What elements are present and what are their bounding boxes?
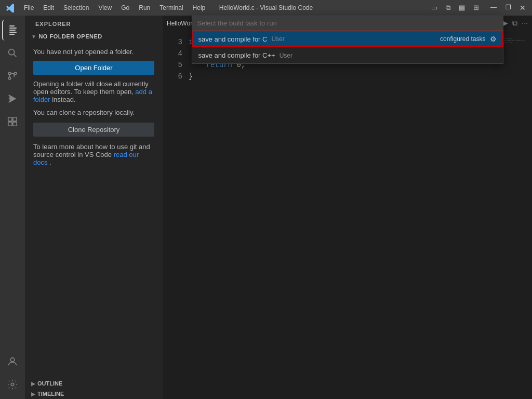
menu-edit[interactable]: Edit [39, 3, 58, 13]
svg-point-9 [8, 77, 11, 79]
configured-tasks-label: configured tasks [440, 35, 485, 43]
keep-open-text-2: instead. [52, 96, 76, 103]
timeline-label: TIMELINE [37, 391, 64, 397]
minimap: int main() { printf("Hello World"); retu… [501, 36, 532, 399]
outline-section[interactable]: ▶ OUTLINE [25, 378, 163, 389]
menu-go[interactable]: Go [117, 3, 134, 13]
main-container: Explorer ▼ NO FOLDER OPENED You have not… [0, 16, 532, 399]
vscode-icon [5, 3, 16, 13]
task-user-1: User [271, 35, 284, 43]
code-line-6: } [189, 71, 501, 82]
activity-run-debug[interactable] [2, 88, 23, 109]
close-button[interactable]: ✕ [518, 4, 527, 12]
gear-icon-1[interactable]: ⚙ [490, 35, 497, 43]
svg-point-5 [9, 49, 15, 55]
titlebar: File Edit Selection View Go Run Terminal… [0, 0, 532, 16]
task-item-1[interactable]: save and compile for C User configured t… [192, 31, 503, 47]
layout-icon-1[interactable]: ▭ [431, 4, 437, 12]
activity-explorer[interactable] [2, 20, 23, 41]
sidebar: Explorer ▼ NO FOLDER OPENED You have not… [25, 16, 163, 399]
task-search-input[interactable] [197, 19, 498, 27]
sidebar-bottom: ▶ OUTLINE ▶ TIMELINE [25, 378, 163, 399]
task-item-2-left: save and compile for C++ User [198, 51, 292, 59]
activity-settings[interactable] [2, 374, 23, 395]
activity-extensions[interactable] [2, 111, 23, 132]
menu-view[interactable]: View [94, 3, 116, 13]
git-docs-text: To learn more about how to use git and s… [33, 143, 154, 166]
svg-point-16 [11, 383, 14, 386]
task-user-2: User [280, 52, 292, 59]
activity-bottom [2, 351, 23, 399]
svg-rect-2 [9, 30, 16, 31]
task-item-1-left: save and compile for C User [198, 35, 285, 43]
layout-icon-2[interactable]: ⧉ [446, 4, 450, 12]
no-folder-label: NO FOLDER OPENED [38, 33, 102, 39]
svg-rect-13 [8, 122, 12, 126]
titlebar-menu: File Edit Selection View Go Run Terminal… [5, 3, 209, 13]
sidebar-title: Explorer [25, 16, 163, 30]
svg-rect-4 [9, 34, 15, 35]
layout-icon-4[interactable]: ⊞ [473, 4, 479, 12]
layout-icon-3[interactable]: ▤ [459, 4, 465, 12]
split-editor-icon[interactable]: ⧉ [512, 19, 517, 28]
svg-point-7 [8, 72, 11, 75]
run-icon[interactable]: ▶ [502, 19, 508, 28]
window-controls: ▭ ⧉ ▤ ⊞ — ❐ ✕ [431, 4, 527, 12]
outline-label: OUTLINE [37, 380, 62, 387]
task-dropdown[interactable]: save and compile for C User configured t… [192, 16, 503, 64]
more-actions-icon[interactable]: ··· [522, 19, 528, 28]
task-label-2: save and compile for C++ [198, 51, 275, 59]
code-body[interactable]: int main() { printf("Hello World\n"); re… [189, 36, 501, 399]
menu-file[interactable]: File [20, 3, 38, 13]
keep-open-text: Opening a folder will close all currentl… [33, 80, 154, 103]
minimize-button[interactable]: — [489, 4, 498, 12]
maximize-button[interactable]: ❐ [504, 4, 512, 12]
line-number-3: 3 [163, 36, 182, 48]
line-number-5: 5 [163, 59, 182, 71]
menu-run[interactable]: Run [135, 3, 154, 13]
no-folder-section: ▼ NO FOLDER OPENED [25, 30, 163, 43]
git-text-2: . [49, 158, 51, 166]
timeline-section[interactable]: ▶ TIMELINE [25, 389, 163, 399]
svg-rect-14 [13, 122, 17, 126]
no-folder-text1: You have not yet opened a folder. [33, 48, 154, 56]
svg-line-6 [14, 54, 16, 57]
svg-rect-1 [9, 28, 17, 29]
keep-open-text-1: Opening a folder will close all currentl… [33, 80, 149, 96]
activity-account[interactable] [2, 351, 23, 372]
editor-area: save and compile for C User configured t… [163, 16, 532, 399]
editor-content: 3 4 5 6 int main() { printf("Hello World… [163, 31, 532, 399]
svg-rect-0 [9, 25, 15, 26]
svg-rect-3 [9, 32, 17, 33]
menu-selection[interactable]: Selection [59, 3, 93, 13]
clone-repository-button[interactable]: Clone Repository [33, 123, 154, 137]
task-input-container[interactable] [192, 16, 503, 31]
svg-rect-11 [8, 117, 12, 121]
top-icons: ▶ ⧉ ··· [502, 19, 528, 28]
open-folder-button[interactable]: Open Folder [33, 61, 154, 75]
sidebar-content: You have not yet opened a folder. Open F… [25, 43, 163, 378]
menu-terminal[interactable]: Terminal [155, 3, 187, 13]
activity-search[interactable] [2, 43, 23, 63]
svg-marker-10 [10, 95, 17, 103]
line-number-4: 4 [163, 48, 182, 59]
menu-help[interactable]: Help [189, 3, 210, 13]
activity-source-control[interactable] [2, 65, 23, 86]
line-number-6: 6 [163, 71, 182, 82]
svg-point-15 [10, 358, 14, 362]
task-label-1: save and compile for C [198, 35, 268, 43]
task-item-2[interactable]: save and compile for C++ User [192, 47, 503, 63]
task-right-1: configured tasks ⚙ [440, 35, 496, 43]
line-numbers: 3 4 5 6 [163, 36, 189, 399]
svg-rect-12 [13, 117, 17, 121]
activity-bar [0, 16, 25, 399]
clone-text: You can clone a repository locally. [33, 109, 154, 116]
window-title: HelloWorld.c - Visual Studio Code [219, 4, 313, 11]
